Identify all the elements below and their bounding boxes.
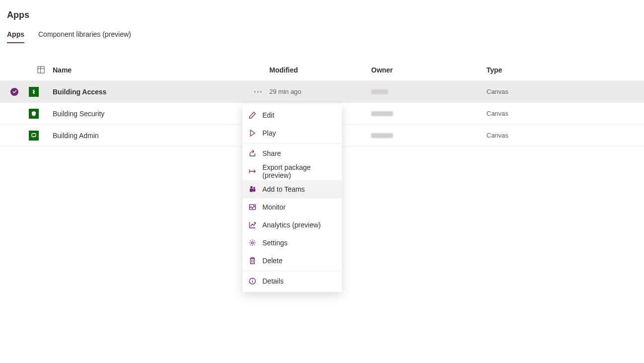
app-name[interactable]: Building Admin [53,132,246,140]
menu-delete[interactable]: Delete [242,252,342,270]
menu-separator [242,143,342,144]
table-header: Name Modified Owner Type [0,59,644,81]
menu-play[interactable]: Play [242,124,342,142]
menu-share[interactable]: Share [242,145,342,162]
owner-cell [371,111,486,116]
menu-analytics[interactable]: Analytics (preview) [242,216,342,234]
tabs: Apps Component libraries (preview) [0,30,644,43]
menu-label: Share [262,149,281,157]
svg-point-4 [257,91,258,92]
modified-cell: 29 min ago [269,88,371,95]
tab-apps[interactable]: Apps [7,30,24,43]
page-title: Apps [0,0,644,30]
menu-label: Settings [262,239,288,247]
menu-export[interactable]: Export package (preview) [242,162,342,180]
row-select[interactable] [0,88,29,96]
context-menu: Edit Play Share Export package (preview)… [242,104,342,292]
selected-indicator-icon [10,88,18,96]
app-icon [29,109,39,119]
owner-cell [371,133,486,138]
type-cell: Canvas [486,88,636,95]
gear-icon [248,239,256,247]
app-icon [29,131,39,141]
svg-point-15 [252,279,253,280]
col-modified[interactable]: Modified [269,66,371,74]
svg-rect-10 [253,189,255,192]
analytics-icon [248,221,256,229]
menu-label: Monitor [262,203,286,211]
type-cell: Canvas [486,132,636,139]
svg-rect-0 [37,67,44,73]
col-type[interactable]: Type [486,66,636,74]
column-picker-icon[interactable] [29,66,53,73]
menu-label: Add to Teams [262,185,305,193]
menu-label: Edit [262,111,274,119]
menu-label: Details [262,277,284,285]
share-icon [248,149,256,157]
svg-point-3 [254,91,255,92]
info-icon [248,277,256,285]
menu-edit[interactable]: Edit [242,106,342,124]
menu-label: Play [262,129,276,137]
app-name[interactable]: Building Security [53,110,246,118]
app-name[interactable]: Building Access [53,88,246,96]
col-name[interactable]: Name [53,66,246,74]
svg-point-8 [253,187,255,189]
svg-point-7 [250,186,252,188]
menu-add-to-teams[interactable]: Add to Teams [242,180,342,198]
menu-monitor[interactable]: Monitor [242,198,342,216]
col-owner[interactable]: Owner [371,66,486,74]
more-actions-button[interactable] [246,91,269,93]
owner-cell [371,89,486,94]
pencil-icon [248,111,256,119]
monitor-icon [248,203,256,211]
export-icon [248,167,256,175]
svg-rect-9 [250,189,253,192]
svg-point-5 [260,91,261,92]
teams-icon [248,185,256,193]
menu-label: Export package (preview) [262,163,336,179]
menu-separator [242,271,342,271]
menu-label: Delete [262,257,282,265]
table-row[interactable]: Building Access 29 min ago Canvas [0,81,644,103]
type-cell: Canvas [486,110,636,117]
app-icon [29,87,39,97]
svg-point-12 [251,242,253,244]
menu-settings[interactable]: Settings [242,234,342,252]
trash-icon [248,257,256,265]
svg-rect-6 [32,134,36,137]
menu-details[interactable]: Details [242,272,342,290]
play-icon [248,129,256,137]
tab-component-libraries[interactable]: Component libraries (preview) [38,30,131,43]
menu-label: Analytics (preview) [262,221,321,229]
